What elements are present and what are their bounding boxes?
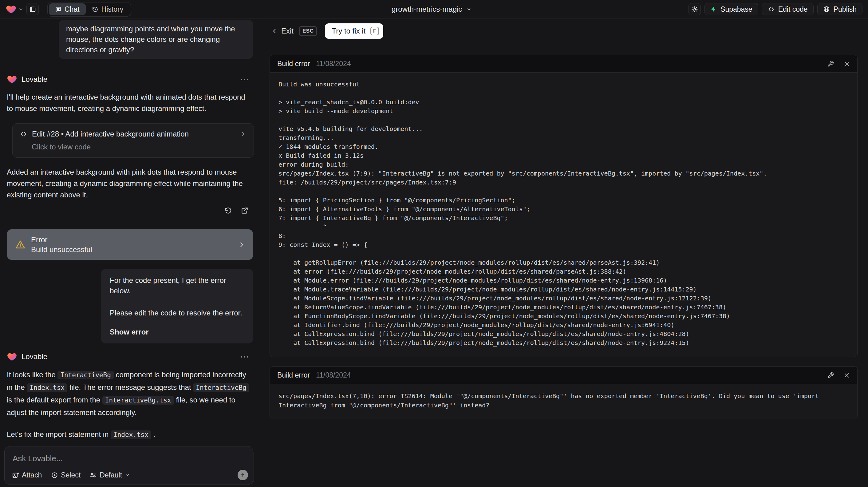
log-line: Build was unsuccessful xyxy=(278,80,849,89)
log-line: at Module.traceVariable (file:///builds/… xyxy=(278,285,849,294)
log-line: error during build: xyxy=(278,160,849,169)
log-line xyxy=(278,116,849,124)
log-line: 6: import { AlternativeTools } from "@/c… xyxy=(278,205,849,214)
build-error-title: Build error xyxy=(277,371,310,379)
restore-button[interactable] xyxy=(222,205,234,216)
log-line: src/pages/Index.tsx (7:9): "InteractiveB… xyxy=(278,169,849,178)
esc-key-badge: ESC xyxy=(299,26,317,36)
log-line: at CallExpression.bind (file:///builds/2… xyxy=(278,330,849,338)
log-line: vite v5.4.6 building for development... xyxy=(278,124,849,133)
try-to-fix-label: Try to fix it xyxy=(332,27,366,35)
assistant-paragraph: Added an interactive background with pin… xyxy=(7,166,253,201)
tab-history-label: History xyxy=(101,5,124,13)
lovable-logo-menu[interactable] xyxy=(5,4,23,15)
chat-panel: maybe diagramming points and when you mo… xyxy=(0,19,260,487)
message-menu-button[interactable]: ⋯ xyxy=(240,354,250,360)
code-brackets-icon xyxy=(768,6,775,12)
close-icon[interactable] xyxy=(844,372,850,378)
log-line: transforming... xyxy=(278,133,849,142)
error-status-subtitle: Build unsuccessful xyxy=(31,245,92,254)
warning-triangle-icon xyxy=(15,240,26,250)
build-error-status-card[interactable]: Error Build unsuccessful xyxy=(7,230,253,260)
sidebar-toggle-button[interactable] xyxy=(26,3,39,16)
supabase-button[interactable]: Supabase xyxy=(705,3,758,16)
attach-label: Attach xyxy=(22,471,42,479)
lovable-heart-icon xyxy=(7,74,17,85)
build-error-date: 11/08/2024 xyxy=(316,60,351,68)
log-line xyxy=(278,187,849,196)
mode-dropdown[interactable]: Default xyxy=(90,471,130,479)
assistant-name: Lovable xyxy=(22,352,47,361)
try-to-fix-button[interactable]: Try to fix it F xyxy=(325,23,383,39)
edit-28-subtitle: Click to view code xyxy=(32,143,246,151)
chat-composer[interactable]: Ask Lovable... Attach Select Default xyxy=(4,446,253,485)
history-clock-icon xyxy=(92,6,98,12)
send-button[interactable] xyxy=(238,470,248,480)
lovable-heart-icon xyxy=(5,4,17,15)
inline-code: Index.tsx xyxy=(27,384,67,392)
error-status-title: Error xyxy=(31,236,92,244)
message-actions xyxy=(7,205,250,216)
log-line: x Build failed in 3.12s xyxy=(278,151,849,160)
sliders-icon xyxy=(90,471,97,479)
build-error-header-actions xyxy=(828,372,850,378)
open-preview-button[interactable] xyxy=(239,205,250,216)
edit-code-button[interactable]: Edit code xyxy=(762,3,814,16)
chat-scroll-area[interactable]: maybe diagramming points and when you mo… xyxy=(0,19,260,484)
tab-chat[interactable]: Chat xyxy=(49,3,86,15)
assistant-paragraph: It looks like the InteractiveBg componen… xyxy=(7,369,253,419)
publish-label: Publish xyxy=(834,5,857,13)
chevron-right-icon xyxy=(238,241,245,248)
select-label: Select xyxy=(61,471,81,479)
assistant-paragraph-text: Added an interactive background with pin… xyxy=(7,168,243,199)
error-status-text: Error Build unsuccessful xyxy=(31,236,92,254)
log-line: 5: import { PricingSection } from "@/com… xyxy=(278,196,849,205)
build-error-date: 11/08/2024 xyxy=(316,371,351,379)
project-switcher[interactable]: growth-metrics-magic xyxy=(392,5,471,13)
chevron-down-icon xyxy=(125,473,130,478)
wrench-icon[interactable] xyxy=(828,372,834,378)
tab-chat-label: Chat xyxy=(65,5,80,13)
log-line: InteractiveBg from "@/components/Interac… xyxy=(278,401,849,410)
settings-button[interactable] xyxy=(688,3,701,16)
edit-code-label: Edit code xyxy=(778,5,808,13)
chevron-down-icon xyxy=(466,7,471,12)
close-icon[interactable] xyxy=(844,61,850,67)
assistant-paragraph: Let's fix the import statement in Index.… xyxy=(7,429,253,440)
build-error-log[interactable]: src/pages/Index.tsx(7,10): error TS2614:… xyxy=(270,384,857,419)
user-message: maybe diagramming points and when you mo… xyxy=(59,20,253,59)
tab-history[interactable]: History xyxy=(86,3,130,15)
publish-button[interactable]: Publish xyxy=(817,3,863,16)
attach-button[interactable]: Attach xyxy=(12,471,42,479)
log-line: at Identifier.bind (file:///builds/29/pr… xyxy=(278,321,849,330)
image-plus-icon xyxy=(12,471,19,479)
lovable-heart-icon xyxy=(7,352,17,362)
log-line xyxy=(278,249,849,258)
log-line: at CallExpression.bind (file:///builds/2… xyxy=(278,338,849,347)
project-title: growth-metrics-magic xyxy=(392,5,462,13)
target-icon xyxy=(51,471,58,479)
supabase-label: Supabase xyxy=(720,5,752,13)
log-line: at ReturnValueScope.findVariable (file:/… xyxy=(278,303,849,312)
view-tabs: Chat History xyxy=(47,2,131,17)
select-button[interactable]: Select xyxy=(51,471,81,479)
wrench-icon[interactable] xyxy=(828,61,834,67)
message-menu-button[interactable]: ⋯ xyxy=(240,76,250,82)
edit-28-card[interactable]: Edit #28 • Add interactive background an… xyxy=(12,123,254,158)
inline-code: InteractiveBg xyxy=(58,371,114,379)
user-message: For the code present, I get the error be… xyxy=(101,269,253,343)
composer-input[interactable]: Ask Lovable... xyxy=(12,454,245,463)
log-line: > vite build --mode development xyxy=(278,107,849,116)
paragraph-text: Let's fix the import statement in xyxy=(7,430,111,438)
chevron-down-icon xyxy=(19,7,23,12)
paragraph-text: It looks like the xyxy=(7,370,58,379)
log-line: at FunctionBodyScope.findVariable (file:… xyxy=(278,312,849,321)
log-line: 7: import { InteractiveBg } from "@/comp… xyxy=(278,214,849,222)
arrow-up-icon xyxy=(240,472,246,478)
build-error-title: Build error xyxy=(277,60,310,68)
log-line: at Module.error (file:///builds/29/proje… xyxy=(278,276,849,285)
build-error-log[interactable]: Build was unsuccessful > vite_react_shad… xyxy=(270,72,857,357)
assistant-name: Lovable xyxy=(22,75,47,84)
show-error-link[interactable]: Show error xyxy=(110,327,244,337)
exit-button[interactable]: Exit xyxy=(281,27,293,35)
